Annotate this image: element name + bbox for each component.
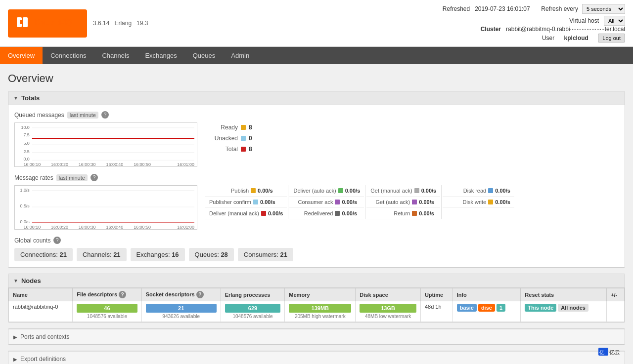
refreshed-label: Refreshed 2019-07-23 16:01:07 xyxy=(443,5,530,12)
svg-text:16:00:40: 16:00:40 xyxy=(106,225,124,229)
erlang-label: Erlang xyxy=(114,20,132,27)
svg-text:10.0: 10.0 xyxy=(21,125,29,130)
export-expand[interactable]: ▶ Export definitions xyxy=(8,351,625,364)
info-cell: basic disc 1 xyxy=(452,301,521,322)
stat-ready-dot xyxy=(241,125,246,130)
this-node-tag[interactable]: This node xyxy=(525,304,556,312)
erlang-cell: 629 1048576 available xyxy=(221,301,285,322)
svg-text:16:00:30: 16:00:30 xyxy=(79,225,96,229)
username: kplcloud xyxy=(564,35,588,41)
file-desc-bar: 46 xyxy=(77,304,137,313)
memory-watermark: 205MB high watermark xyxy=(289,314,351,319)
rate-disk-write: Disk write 0.00/s xyxy=(443,197,514,208)
reset-stats-cell: This node All nodes xyxy=(521,301,607,322)
rate-return: Return 0.00/s xyxy=(366,208,440,219)
nodes-body: Name File descriptors ? Socket descripto… xyxy=(8,288,625,322)
ports-section: ▶ Ports and contexts xyxy=(8,328,625,345)
stat-total-label: Total xyxy=(208,146,238,153)
disk-watermark: 48MB low watermark xyxy=(360,314,416,319)
rate-publisher-confirm: Publisher confirm 0.00/s xyxy=(205,197,287,208)
header-right: Refreshed 2019-07-23 16:01:07 Refresh ev… xyxy=(443,4,625,42)
col-memory: Memory xyxy=(285,288,356,301)
all-nodes-tag[interactable]: All nodes xyxy=(558,304,588,312)
stat-total-dot xyxy=(241,147,246,152)
nav-overview[interactable]: Overview xyxy=(0,47,43,64)
queued-help-icon[interactable]: ? xyxy=(101,111,109,119)
nav-connections[interactable]: Connections xyxy=(43,47,94,64)
svg-text:0.0: 0.0 xyxy=(23,157,29,162)
virtual-host-row: Virtual host All xyxy=(443,16,625,26)
col-name: Name xyxy=(9,288,73,301)
virtual-host-label: Virtual host xyxy=(569,17,599,24)
export-label: Export definitions xyxy=(20,356,66,363)
refresh-row: Refreshed 2019-07-23 16:01:07 Refresh ev… xyxy=(443,4,625,14)
svg-text:1.0/s: 1.0/s xyxy=(20,188,30,193)
rates-middle-col: Deliver (auto ack) 0.00/s Consumer ack 0… xyxy=(289,185,364,219)
stat-unacked-dot xyxy=(241,136,246,141)
nav-queues[interactable]: Queues xyxy=(185,47,224,64)
table-row: rabbit@rabbitmq-0 46 1048576 available 2… xyxy=(9,301,625,322)
svg-text:2.5: 2.5 xyxy=(23,149,29,154)
totals-section: ▼ Totals Queued messages last minute ? 1… xyxy=(8,91,625,268)
erlang-available: 1048576 available xyxy=(225,314,281,319)
col-erlang: Erlang processes xyxy=(221,288,285,301)
refresh-label: Refresh every xyxy=(541,5,578,12)
message-rates-content: 1.0/s 0.5/s 0.0/s 16:00:10 16:00:20 16:0… xyxy=(14,185,619,230)
socket-desc-bar: 21 xyxy=(146,304,217,313)
cluster-label: Cluster xyxy=(481,26,501,33)
nodes-title: Nodes xyxy=(21,277,41,284)
stat-ready: Ready 8 xyxy=(205,122,265,132)
page-title: Overview xyxy=(8,72,625,85)
svg-text:RabbitMQ: RabbitMQ xyxy=(35,18,72,27)
svg-text:16:00:50: 16:00:50 xyxy=(134,225,151,229)
file-desc-help[interactable]: ? xyxy=(119,291,126,298)
ports-label: Ports and contexts xyxy=(20,333,69,340)
rates-grid: Publish 0.00/s Publisher confirm 0.00/s … xyxy=(205,185,619,219)
user-label: User xyxy=(542,35,554,41)
rate-disk-read: Disk read 0.00/s xyxy=(443,185,514,197)
col-disk: Disk space xyxy=(356,288,421,301)
stat-ready-value: 8 xyxy=(249,124,252,131)
socket-desc-cell: 21 943626 available xyxy=(141,301,221,322)
count-connections: Connections: 21 xyxy=(14,248,73,261)
nav-channels[interactable]: Channels xyxy=(94,47,137,64)
totals-section-header[interactable]: ▼ Totals xyxy=(8,91,625,105)
rates-far-right-col: Disk read 0.00/s Disk write 0.00/s xyxy=(443,185,514,219)
svg-text:0.0/s: 0.0/s xyxy=(20,219,30,224)
logout-button[interactable]: Log out xyxy=(598,34,625,42)
queued-messages-chart: 10.0 7.5 5.0 2.5 0.0 16 xyxy=(14,122,197,167)
disk-bar: 13GB xyxy=(360,304,416,313)
virtual-host-select[interactable]: All xyxy=(604,16,625,26)
col-plusminus: +/- xyxy=(606,288,624,301)
separator-3 xyxy=(441,185,442,219)
rates-help-icon[interactable]: ? xyxy=(90,174,98,181)
queued-messages-label: Queued messages last minute ? xyxy=(14,111,619,119)
totals-body: Queued messages last minute ? 10.0 7.5 5… xyxy=(8,105,625,267)
ports-expand[interactable]: ▶ Ports and contexts xyxy=(8,329,625,344)
rabbitmq-logo: RabbitMQ xyxy=(8,9,87,38)
svg-text:16:00:10: 16:00:10 xyxy=(23,225,41,229)
svg-text:16:00:30: 16:00:30 xyxy=(79,162,96,166)
socket-desc-help[interactable]: ? xyxy=(196,291,204,298)
nodes-section: ▼ Nodes Name File descriptors ? Socket d… xyxy=(8,274,625,323)
stat-ready-label: Ready xyxy=(208,124,238,131)
queued-messages-content: 10.0 7.5 5.0 2.5 0.0 16 xyxy=(14,122,619,167)
stat-total-value: 8 xyxy=(249,146,252,153)
nav-exchanges[interactable]: Exchanges xyxy=(137,47,184,64)
svg-text:7.5: 7.5 xyxy=(23,132,29,137)
svg-text:16:00:50: 16:00:50 xyxy=(134,162,151,166)
memory-cell: 139MB 205MB high watermark xyxy=(285,301,356,322)
file-desc-cell: 46 1048576 available xyxy=(73,301,142,322)
disk-cell: 13GB 48MB low watermark xyxy=(356,301,421,322)
nodes-section-header[interactable]: ▼ Nodes xyxy=(8,274,625,288)
svg-text:5.0: 5.0 xyxy=(23,141,29,146)
stat-unacked-label: Unacked xyxy=(208,135,238,142)
nav-admin[interactable]: Admin xyxy=(223,47,257,64)
svg-text:16:01:00: 16:01:00 xyxy=(177,162,194,166)
logo-area: RabbitMQ 3.6.14 Erlang 19.3 xyxy=(8,9,148,38)
ports-expand-icon: ▶ xyxy=(13,334,17,340)
refresh-interval-select[interactable]: 5 seconds 10 seconds 30 seconds xyxy=(582,4,625,14)
global-counts-help-icon[interactable]: ? xyxy=(53,237,61,244)
col-socket-desc: Socket descriptors ? xyxy=(141,288,221,301)
global-counts-section: Global counts ? Connections: 21 Channels… xyxy=(14,237,619,261)
